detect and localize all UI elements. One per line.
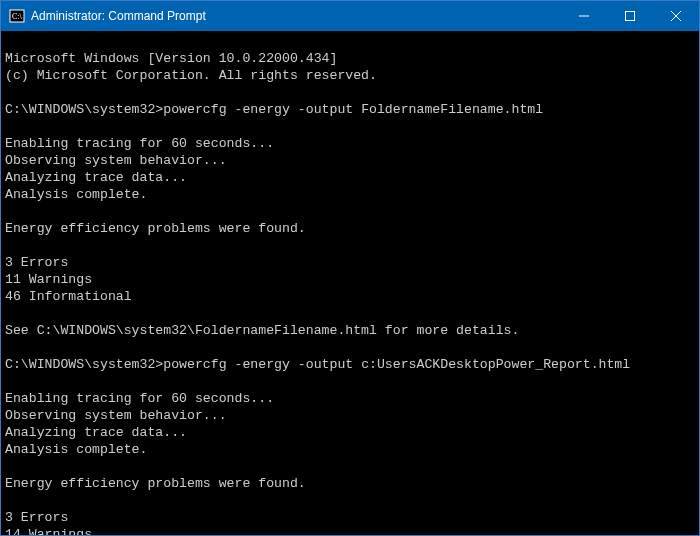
- output-line: 3 Errors: [5, 510, 68, 525]
- terminal-output[interactable]: Microsoft Windows [Version 10.0.22000.43…: [1, 31, 699, 535]
- output-line: Energy efficiency problems were found.: [5, 476, 306, 491]
- output-line: 46 Informational: [5, 289, 132, 304]
- output-line: 11 Warnings: [5, 272, 92, 287]
- output-line: Microsoft Windows [Version 10.0.22000.43…: [5, 51, 337, 66]
- output-line: Analysis complete.: [5, 442, 147, 457]
- prompt-line: C:\WINDOWS\system32>powercfg -energy -ou…: [5, 101, 695, 118]
- output-line: (c) Microsoft Corporation. All rights re…: [5, 68, 377, 83]
- window-title: Administrator: Command Prompt: [31, 9, 561, 23]
- command-prompt-window: C:\ Administrator: Command Prompt Micros…: [0, 0, 700, 536]
- window-controls: [561, 1, 699, 31]
- prompt-line: C:\WINDOWS\system32>powercfg -energy -ou…: [5, 356, 695, 373]
- svg-rect-3: [626, 12, 635, 21]
- output-line: 14 Warnings: [5, 527, 92, 535]
- command-text: powercfg -energy -output FoldernameFilen…: [163, 102, 543, 117]
- prompt: C:\WINDOWS\system32>: [5, 102, 163, 117]
- app-icon: C:\: [9, 8, 25, 24]
- command-text: powercfg -energy -output c:UsersACKDeskt…: [163, 357, 630, 372]
- output-line: Analysis complete.: [5, 187, 147, 202]
- titlebar[interactable]: C:\ Administrator: Command Prompt: [1, 1, 699, 31]
- prompt: C:\WINDOWS\system32>: [5, 357, 163, 372]
- output-line: Energy efficiency problems were found.: [5, 221, 306, 236]
- output-line: See C:\WINDOWS\system32\FoldernameFilena…: [5, 323, 519, 338]
- minimize-button[interactable]: [561, 1, 607, 31]
- output-line: Enabling tracing for 60 seconds...: [5, 136, 274, 151]
- output-line: Analyzing trace data...: [5, 170, 187, 185]
- output-line: Analyzing trace data...: [5, 425, 187, 440]
- maximize-button[interactable]: [607, 1, 653, 31]
- svg-text:C:\: C:\: [12, 12, 23, 21]
- output-line: Observing system behavior...: [5, 408, 227, 423]
- output-line: Enabling tracing for 60 seconds...: [5, 391, 274, 406]
- output-line: 3 Errors: [5, 255, 68, 270]
- output-line: Observing system behavior...: [5, 153, 227, 168]
- close-button[interactable]: [653, 1, 699, 31]
